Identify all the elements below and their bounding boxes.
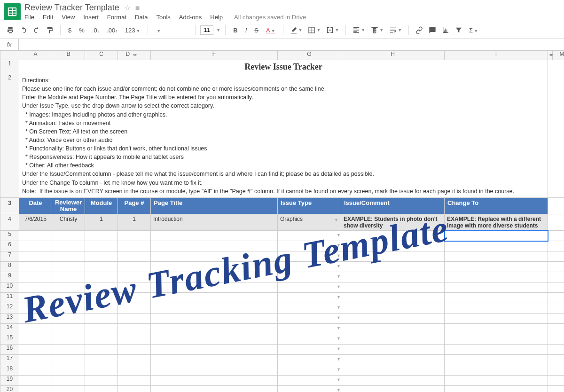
dropdown-icon[interactable]: ▼ — [337, 315, 341, 320]
cell-date[interactable]: 7/6/2015 — [19, 214, 52, 231]
selected-cell[interactable] — [445, 231, 548, 241]
row-header[interactable]: 3 — [0, 197, 19, 214]
row-12: 12▼ — [0, 303, 564, 314]
undo-icon[interactable] — [18, 24, 29, 36]
text-color-button[interactable]: A▼ — [263, 27, 278, 34]
filter-icon[interactable] — [453, 24, 464, 36]
menu-view[interactable]: View — [62, 14, 75, 21]
functions-button[interactable]: Σ▼ — [466, 27, 481, 34]
link-icon[interactable] — [414, 24, 425, 36]
row-5: 5 ▼ — [0, 231, 564, 241]
row-17: 17▼ — [0, 355, 564, 365]
hdr-issue-type[interactable]: Issue Type — [278, 197, 341, 214]
row-20: 20▼ — [0, 386, 564, 392]
col-header-d[interactable]: D ◂▸ — [118, 51, 146, 60]
row-header[interactable]: 4 — [0, 214, 19, 231]
cell-issue-comment[interactable]: EXAMPLE: Students in photo don't show di… — [341, 214, 445, 231]
dropdown-icon[interactable]: ▼ — [334, 218, 338, 222]
folder-icon[interactable]: ■ — [135, 4, 140, 12]
italic-button[interactable]: I — [243, 27, 250, 34]
comment-icon[interactable] — [427, 24, 438, 36]
font-size-input[interactable] — [200, 25, 213, 35]
menu-tools[interactable]: Tools — [156, 14, 170, 21]
col-header-h[interactable]: H — [341, 51, 445, 60]
dropdown-icon[interactable]: ▼ — [337, 388, 341, 392]
borders-icon[interactable]: ▼ — [306, 24, 322, 36]
dropdown-icon[interactable]: ▼ — [337, 295, 341, 299]
menu-data[interactable]: Data — [135, 14, 148, 21]
strikethrough-button[interactable]: S — [251, 27, 261, 34]
hdr-change-to[interactable]: Change To — [445, 197, 548, 214]
hdr-date[interactable]: Date — [19, 197, 52, 214]
row-header[interactable]: 1 — [0, 60, 19, 74]
cell-reviewer[interactable]: Christy — [52, 214, 85, 231]
number-format-button[interactable]: 123▼ — [122, 27, 143, 34]
col-header-g[interactable]: G — [278, 51, 341, 60]
row-4-example: 4 7/6/2015 Christy 1 1 Introduction Grap… — [0, 214, 564, 231]
fill-color-icon[interactable]: ▼ — [288, 24, 305, 36]
dropdown-icon[interactable]: ▼ — [337, 274, 341, 279]
horizontal-align-icon[interactable]: ▼ — [351, 24, 367, 36]
col-header-hidden-l[interactable]: ◂▸ — [548, 51, 553, 60]
menu-addons[interactable]: Add-ons — [179, 14, 202, 21]
dropdown-icon[interactable]: ▼ — [337, 243, 341, 248]
col-header-b[interactable]: B — [52, 51, 85, 60]
hdr-reviewer[interactable]: Reviewer Name — [52, 197, 85, 214]
col-header-f[interactable]: F — [151, 51, 278, 60]
chart-icon[interactable] — [440, 24, 451, 36]
col-header-a[interactable]: A — [19, 51, 52, 60]
cell-module[interactable]: 1 — [85, 214, 118, 231]
directions-cell[interactable]: Directions: Please use one line for each… — [19, 74, 548, 198]
cell-page-title[interactable]: Introduction — [151, 214, 278, 231]
menu-file[interactable]: File — [24, 14, 34, 21]
formula-input[interactable] — [19, 39, 564, 50]
currency-button[interactable]: $ — [65, 27, 74, 34]
bold-button[interactable]: B — [230, 27, 240, 34]
increase-decimal-button[interactable]: .00↑ — [104, 27, 120, 34]
decrease-decimal-button[interactable]: .0↓ — [89, 27, 102, 34]
dropdown-icon[interactable]: ▼ — [337, 367, 341, 372]
hdr-page-title[interactable]: Page Title — [151, 197, 278, 214]
document-title[interactable]: Review Tracker Template — [24, 3, 119, 13]
dropdown-icon[interactable]: ▼ — [337, 233, 341, 237]
cell-issue-type[interactable]: ▼ — [278, 231, 341, 241]
dropdown-icon[interactable]: ▼ — [337, 336, 341, 341]
dropdown-icon[interactable]: ▼ — [337, 264, 341, 268]
dropdown-icon[interactable]: ▼ — [337, 305, 341, 310]
sheet-title-cell[interactable]: Review Issue Tracker — [19, 60, 548, 74]
menu-insert[interactable]: Insert — [83, 14, 99, 21]
dropdown-icon[interactable]: ▼ — [337, 346, 341, 351]
menu-format[interactable]: Format — [107, 14, 126, 21]
dropdown-icon[interactable]: ▼ — [337, 377, 341, 382]
hdr-page[interactable]: Page # — [118, 197, 151, 214]
col-header-hidden-e[interactable] — [146, 51, 151, 60]
text-wrap-icon[interactable]: ▼ — [387, 24, 404, 36]
dropdown-icon[interactable]: ▼ — [337, 253, 341, 258]
merge-cells-icon[interactable]: ▼ — [324, 24, 341, 36]
row-13: 13▼ — [0, 314, 564, 324]
cell-change-to[interactable]: EXAMPLE: Replace with a different image … — [445, 214, 548, 231]
row-1: 1 Review Issue Tracker — [0, 60, 564, 74]
col-header-c[interactable]: C — [85, 51, 118, 60]
star-icon[interactable]: ☆ — [124, 3, 131, 12]
hdr-module[interactable]: Module — [85, 197, 118, 214]
cell-issue-type[interactable]: Graphics▼ — [278, 214, 341, 231]
percent-button[interactable]: % — [76, 27, 87, 34]
dropdown-icon[interactable]: ▼ — [337, 284, 341, 289]
dropdown-icon[interactable]: ▼ — [337, 326, 341, 330]
row-header[interactable]: 2 — [0, 74, 19, 198]
row-header[interactable]: 5 — [0, 231, 19, 241]
vertical-align-icon[interactable]: ▼ — [369, 24, 385, 36]
hdr-issue-comment[interactable]: Issue/Comment — [341, 197, 445, 214]
dropdown-icon[interactable]: ▼ — [337, 357, 341, 361]
font-family-select[interactable]: ▼ — [153, 27, 190, 34]
redo-icon[interactable] — [31, 24, 42, 36]
col-header-i[interactable]: I — [445, 51, 548, 60]
sheets-app-icon[interactable] — [4, 3, 21, 20]
select-all-corner[interactable] — [0, 51, 19, 60]
menu-help[interactable]: Help — [210, 14, 223, 21]
cell-page[interactable]: 1 — [118, 214, 151, 231]
paint-format-icon[interactable] — [44, 24, 55, 36]
print-icon[interactable] — [5, 24, 16, 36]
menu-edit[interactable]: Edit — [43, 14, 53, 21]
